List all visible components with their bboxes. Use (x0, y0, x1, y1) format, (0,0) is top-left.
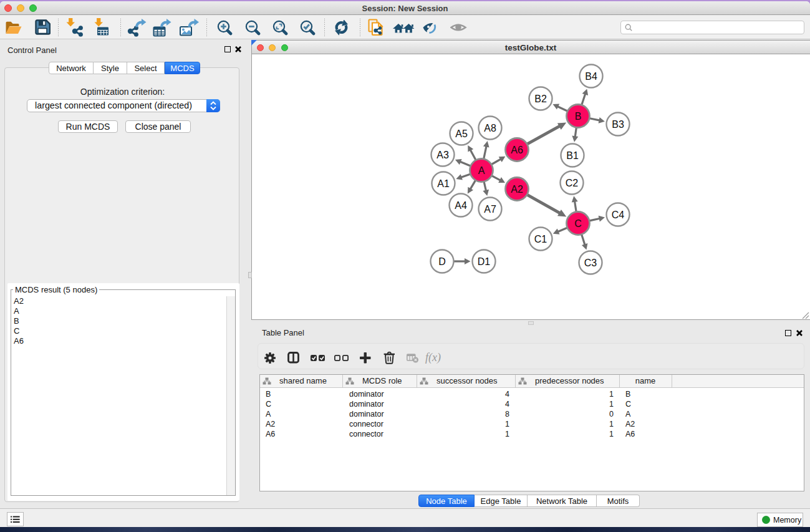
svg-text:A3: A3 (436, 150, 449, 160)
svg-text:C: C (574, 218, 582, 229)
svg-text:B4: B4 (585, 71, 597, 82)
svg-text:D: D (438, 256, 446, 267)
svg-text:C1: C1 (534, 234, 547, 244)
svg-text:A2: A2 (511, 184, 523, 195)
svg-text:A8: A8 (484, 123, 496, 133)
svg-text:A5: A5 (455, 128, 468, 139)
svg-text:C2: C2 (566, 178, 579, 188)
svg-text:A6: A6 (511, 145, 523, 155)
svg-text:B1: B1 (566, 150, 579, 161)
svg-text:B: B (575, 111, 582, 122)
svg-text:A: A (478, 165, 485, 176)
svg-text:B3: B3 (612, 119, 624, 130)
svg-text:C3: C3 (584, 258, 597, 268)
svg-text:A7: A7 (484, 204, 496, 215)
svg-text:C4: C4 (612, 210, 625, 220)
svg-text:B2: B2 (534, 94, 547, 104)
svg-text:D1: D1 (478, 256, 491, 267)
svg-text:A1: A1 (437, 178, 450, 189)
svg-text:A4: A4 (455, 200, 467, 211)
